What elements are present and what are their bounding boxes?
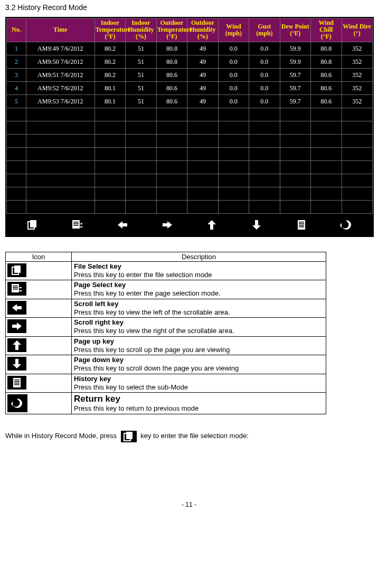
history-icon [7,376,26,390]
page-select-icon[interactable] [67,218,88,232]
cell-empty [342,134,373,147]
file-select-icon [7,263,26,277]
svg-rect-20 [14,383,20,384]
column-header: No. [7,18,26,42]
column-header: Wind Chill (°F) [311,18,342,42]
cell-empty [342,200,373,213]
cell-value: 59.9 [280,55,310,68]
toolbar [6,214,373,236]
cell-value: 352 [342,42,373,55]
svg-rect-15 [13,287,18,288]
desc-row: Page Select keyPress this key to enter t… [6,280,326,299]
desc-row: File Select keyPress this key to enter t… [6,261,326,280]
footer-text-b: key to enter the file selection mode: [140,432,249,440]
cell-empty [187,147,218,160]
cell-value: 51 [126,94,156,108]
cell-value: 80.2 [94,42,125,55]
cell-empty [187,160,218,174]
desc-text-cell: Scroll left keyPress this key to view th… [72,299,326,318]
cell-value: 0.0 [218,81,249,94]
cell-empty [280,200,310,213]
cell-empty [26,200,94,213]
cell-no: 3 [7,68,26,81]
cell-value: 80.6 [156,81,187,94]
arrow-right-icon[interactable] [157,218,178,232]
cell-time: AM9:52 7/6/2012 [26,81,94,94]
cell-no: 5 [7,94,26,108]
cell-value: 80.1 [94,94,125,108]
cell-empty [7,160,26,174]
arrow-down-icon [7,357,26,371]
cell-empty [342,108,373,121]
table-row: 3AM9:51 7/6/201280.25180.6490.00.059.780… [7,68,373,81]
cell-value: 51 [126,55,156,68]
cell-empty [280,121,310,134]
cell-value: 0.0 [218,55,249,68]
cell-empty [156,187,187,200]
cell-no: 4 [7,81,26,94]
cell-empty [126,147,156,160]
desc-text-cell: Page up keyPress this key to scroll up t… [72,336,326,355]
cell-empty [218,160,249,174]
desc-icon-cell [6,299,72,318]
svg-rect-2 [72,220,80,229]
history-icon[interactable] [291,218,312,232]
cell-value: 352 [342,94,373,108]
cell-empty [311,134,342,147]
svg-rect-5 [73,225,79,226]
cell-empty [126,134,156,147]
cell-empty [342,187,373,200]
cell-empty [156,121,187,134]
cell-empty [126,121,156,134]
cell-no: 1 [7,42,26,55]
cell-empty [218,147,249,160]
cell-empty [280,160,310,174]
table-row-empty [7,121,373,134]
cell-empty [311,108,342,121]
cell-value: 0.0 [249,55,280,68]
cell-empty [280,134,310,147]
arrow-down-icon[interactable] [246,218,267,232]
desc-text-cell: Return keyPress this key to return to pr… [72,393,326,414]
arrow-left-icon [7,301,26,315]
cell-empty [7,187,26,200]
description-table: Icon Description File Select keyPress th… [5,252,326,415]
svg-rect-1 [30,220,36,227]
cell-empty [280,147,310,160]
cell-empty [7,174,26,187]
desc-icon-cell [6,280,72,299]
desc-text-cell: Page down keyPress this key to scroll do… [72,355,326,374]
cell-empty [7,134,26,147]
cell-value: 80.6 [311,68,342,81]
cell-value: 51 [126,42,156,55]
svg-rect-12 [14,265,21,273]
cell-value: 49 [187,94,218,108]
file-select-icon[interactable] [22,218,43,232]
cell-empty [26,134,94,147]
arrow-up-icon[interactable] [201,218,222,232]
return-icon[interactable] [336,218,357,232]
cell-empty [126,200,156,213]
desc-header-desc: Description [72,252,326,261]
cell-empty [26,147,94,160]
svg-rect-13 [12,284,19,292]
column-header: Time [26,18,94,42]
cell-value: 59.7 [280,81,310,94]
cell-empty [187,187,218,200]
column-header: Gust (mph) [249,18,280,42]
cell-empty [280,174,310,187]
cell-empty [94,134,125,147]
desc-text-cell: Page Select keyPress this key to enter t… [72,280,326,299]
cell-empty [249,200,280,213]
column-header: Outdoor Humidity (%) [187,18,218,42]
column-header: Indoor Humidity (%) [126,18,156,42]
cell-empty [218,200,249,213]
page-number: - 11 - [5,501,373,508]
file-select-icon [121,431,137,442]
arrow-left-icon[interactable] [112,218,133,232]
cell-empty [249,121,280,134]
cell-empty [249,160,280,174]
cell-empty [26,121,94,134]
cell-value: 352 [342,81,373,94]
history-table: No.TimeIndoor Temperature (°F)Indoor Hum… [6,18,373,214]
